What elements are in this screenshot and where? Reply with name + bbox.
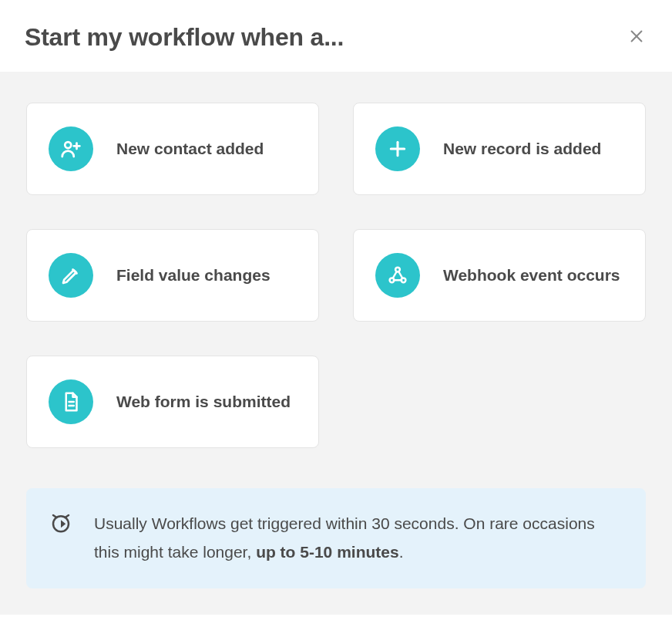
modal-title: Start my workflow when a... xyxy=(25,23,344,52)
trigger-grid: New contact added New record is added Fi… xyxy=(26,103,646,448)
trigger-label: New contact added xyxy=(116,138,264,160)
svg-marker-13 xyxy=(61,520,66,528)
info-banner: Usually Workflows get triggered within 3… xyxy=(26,488,646,588)
trigger-label: Field value changes xyxy=(116,265,270,286)
info-text-bold: up to 5-10 minutes xyxy=(256,543,399,561)
pencil-icon xyxy=(49,253,93,298)
clock-alarm-icon xyxy=(49,511,72,534)
trigger-label: New record is added xyxy=(443,138,601,160)
info-text: Usually Workflows get triggered within 3… xyxy=(94,510,623,567)
svg-point-2 xyxy=(65,142,71,148)
trigger-web-form[interactable]: Web form is submitted xyxy=(26,356,319,448)
trigger-label: Web form is submitted xyxy=(116,391,291,413)
modal-header: Start my workflow when a... xyxy=(0,0,672,72)
info-text-suffix: . xyxy=(399,543,404,561)
plus-icon xyxy=(375,126,420,171)
form-icon xyxy=(49,379,93,424)
person-plus-icon xyxy=(49,126,93,171)
close-button[interactable] xyxy=(626,27,647,49)
trigger-field-change[interactable]: Field value changes xyxy=(26,229,319,322)
trigger-webhook[interactable]: Webhook event occurs xyxy=(353,229,646,322)
webhook-icon xyxy=(375,253,420,298)
trigger-new-contact[interactable]: New contact added xyxy=(26,103,319,195)
trigger-label: Webhook event occurs xyxy=(443,265,620,286)
close-icon xyxy=(628,28,645,48)
trigger-new-record[interactable]: New record is added xyxy=(353,103,646,195)
modal-body: New contact added New record is added Fi… xyxy=(0,72,672,615)
